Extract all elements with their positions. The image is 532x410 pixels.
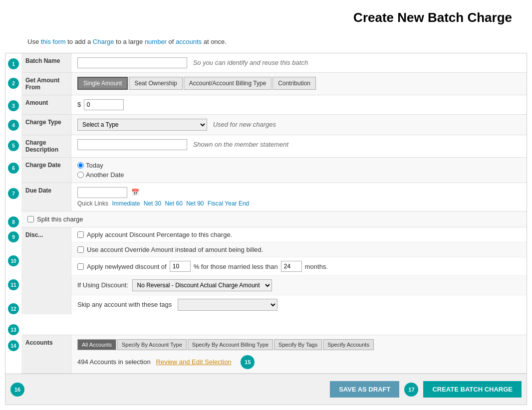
disc-label-11[interactable]: Apply newlywed discount of % for those m…	[77, 261, 521, 272]
skip-tags-select[interactable]	[178, 299, 277, 311]
amount-row: 3 Amount $	[5, 95, 527, 115]
intro-charge-link[interactable]: Charge	[93, 38, 114, 45]
disc-text-11c: months.	[305, 263, 328, 270]
badge-1: 1	[8, 58, 19, 69]
charge-desc-content: Shown on the member statement	[71, 135, 527, 157]
accounts-count: 494 Accounts in selection	[77, 358, 151, 366]
acc-tab-account-type[interactable]: Specify By Account Type	[117, 339, 187, 350]
charge-desc-input[interactable]	[77, 139, 187, 150]
badge-5-area: 5	[5, 135, 21, 158]
batch-name-hint: So you can identify and reuse this batch	[193, 59, 308, 66]
badge-9: 9	[8, 231, 19, 242]
tab-contribution[interactable]: Contribution	[272, 77, 316, 90]
badge-12: 12	[8, 303, 19, 314]
badge-10: 10	[8, 255, 19, 266]
acc-tab-tags[interactable]: Specify By Tags	[274, 339, 322, 350]
accounts-row: 14 Accounts All Accounts Specify By Acco…	[5, 335, 527, 374]
badge-4-area: 4	[5, 115, 21, 135]
charge-desc-label: Charge Description	[21, 135, 71, 157]
batch-name-content: So you can identify and reuse this batch	[71, 53, 527, 72]
split-label[interactable]: Split this charge	[27, 215, 521, 223]
create-batch-button[interactable]: CREATE BATCH CHARGE	[423, 381, 522, 398]
charge-date-another-radio[interactable]	[77, 172, 84, 178]
badge-11: 11	[8, 279, 19, 290]
calendar-icon[interactable]: 📅	[131, 189, 139, 196]
accounts-label: Accounts	[21, 335, 71, 373]
acc-tab-all[interactable]: All Accounts	[77, 339, 116, 350]
disc-row-12: If Using Discount: No Reversal - Discoun…	[71, 276, 527, 295]
get-amount-table-part: Get Amount From Single Amount Seat Owner…	[21, 73, 527, 95]
charge-type-table-part: Charge Type Select a Type Used for new c…	[21, 115, 527, 135]
charge-date-today-label[interactable]: Today	[77, 162, 521, 169]
accounts-table-part: Accounts All Accounts Specify By Account…	[21, 335, 527, 374]
badge-6: 6	[8, 163, 19, 174]
charge-desc-table-part: Charge Description Shown on the member s…	[21, 135, 527, 158]
due-date-input[interactable]	[77, 187, 127, 198]
badge-1-area: 1	[5, 53, 21, 73]
amount-input[interactable]	[84, 99, 124, 110]
amount-table-part: Amount $	[21, 95, 527, 115]
get-amount-row: 2 Get Amount From Single Amount Seat Own…	[5, 73, 527, 95]
bottom-bar-wrapper: 16 SAVE AS DRAFT 17 CREATE BATCH CHARGE	[5, 374, 527, 405]
intro-link[interactable]: this form	[41, 38, 66, 45]
discount-row-wrapper: Disc... Apply account Discount Percentag…	[21, 227, 527, 314]
charge-date-today-radio[interactable]	[77, 162, 84, 169]
due-date-label: Due Date	[21, 183, 71, 211]
amount-content: $	[71, 95, 527, 114]
disc-input-11a[interactable]	[170, 261, 191, 272]
review-link[interactable]: Review and Edit Selection	[156, 358, 232, 366]
quick-link-net90[interactable]: Net 90	[186, 200, 204, 207]
quick-link-immediate[interactable]: Immediate	[112, 200, 140, 207]
disc-label-10[interactable]: Use account Override Amount instead of a…	[77, 246, 521, 253]
disc-row-11: Apply newlywed discount of % for those m…	[71, 257, 527, 276]
bottom-bar: 16 SAVE AS DRAFT 17 CREATE BATCH CHARGE	[5, 374, 527, 405]
charge-date-another-label[interactable]: Another Date	[77, 171, 521, 179]
accounts-content: All Accounts Specify By Account Type Spe…	[71, 335, 527, 373]
disc-checkbox-9[interactable]	[77, 231, 84, 238]
batch-name-row: 1 Batch Name So you can identify and reu…	[5, 53, 527, 73]
intro-accounts-link[interactable]: accounts	[176, 38, 202, 45]
amount-prefix: $	[77, 101, 81, 108]
tab-seat-ownership[interactable]: Seat Ownership	[129, 77, 182, 90]
disc-checkbox-11[interactable]	[77, 263, 84, 270]
acc-tab-specify[interactable]: Specify Accounts	[323, 339, 374, 350]
charge-type-select[interactable]: Select a Type	[77, 119, 207, 131]
split-table-part: Split this charge	[21, 211, 527, 227]
if-using-discount-select[interactable]: No Reversal - Discount Actual Charge Amo…	[132, 279, 272, 291]
split-content: Split this charge	[21, 211, 527, 227]
discount-badges-area: 9 10 11 12 13	[5, 227, 21, 335]
split-text: Split this charge	[37, 215, 83, 223]
disc-input-11b[interactable]	[281, 261, 302, 272]
disc-label-9[interactable]: Apply account Discount Percentage to thi…	[77, 231, 521, 238]
quick-link-fiscal-year-end[interactable]: Fiscal Year End	[208, 200, 249, 207]
badge-2: 2	[8, 78, 19, 89]
quick-link-net60[interactable]: Net 60	[165, 200, 182, 207]
intro-text: Use this form to add a Charge to a large…	[0, 30, 532, 53]
acc-tab-billing-type[interactable]: Specify By Account Billing Type	[188, 339, 273, 350]
discount-section: 9 10 11 12 13 Disc... Apply account Disc…	[5, 227, 527, 335]
disc-checkbox-10[interactable]	[77, 246, 84, 253]
intro-number-link[interactable]: number	[145, 38, 167, 45]
charge-date-row: 6 Charge Date Today Another Date	[5, 158, 527, 183]
disc-text-11b: % for those married less than	[194, 263, 278, 270]
charge-date-today-text: Today	[86, 162, 103, 169]
disc-text-11a: Apply newlywed discount of	[87, 263, 167, 270]
tab-account-billing-type[interactable]: Account/Account Billing Type	[184, 77, 272, 90]
disc-text-10: Use account Override Amount instead of a…	[87, 246, 263, 253]
badge-3-area: 3	[5, 95, 21, 115]
batch-name-table-part: Batch Name So you can identify and reuse…	[21, 53, 527, 73]
charge-desc-row: 5 Charge Description Shown on the member…	[5, 135, 527, 158]
badge-7: 7	[8, 188, 19, 199]
quick-link-net30[interactable]: Net 30	[144, 200, 161, 207]
charge-type-row: 4 Charge Type Select a Type Used for new…	[5, 115, 527, 135]
charge-type-content: Select a Type Used for new charges	[71, 115, 527, 135]
split-checkbox[interactable]	[27, 216, 34, 222]
charge-date-table-part: Charge Date Today Another Date	[21, 158, 527, 183]
batch-name-input[interactable]	[77, 57, 187, 68]
tab-single-amount[interactable]: Single Amount	[77, 77, 128, 90]
save-draft-button[interactable]: SAVE AS DRAFT	[330, 381, 399, 398]
due-date-table-part: Due Date 📅 Quick Links Immediate Net 30 …	[21, 183, 527, 211]
badge-5: 5	[8, 140, 19, 151]
badge-14: 14	[8, 340, 19, 351]
badge-16: 16	[10, 383, 24, 397]
